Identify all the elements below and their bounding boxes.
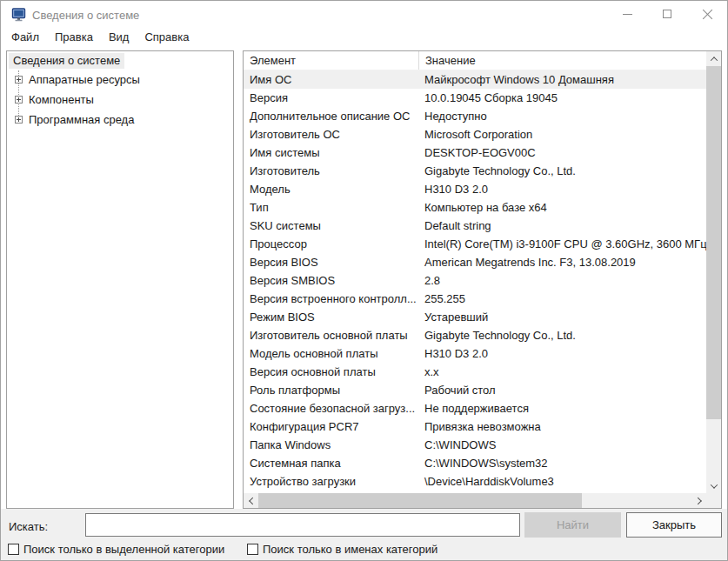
row-element-cell: Процессор <box>244 235 418 253</box>
table-row[interactable]: Изготовитель основной платы Gigabyte Tec… <box>244 326 706 344</box>
scroll-down-button[interactable] <box>706 478 721 493</box>
close-icon <box>702 9 713 20</box>
vertical-scrollbar[interactable] <box>706 51 721 493</box>
row-value-cell: Устаревший <box>418 308 706 326</box>
row-value-cell: H310 D3 2.0 <box>418 344 706 363</box>
search-label: Искать: <box>9 520 48 533</box>
tree-item-system-summary[interactable]: Сведения о системе <box>9 53 124 69</box>
close-button[interactable] <box>687 1 727 27</box>
row-value-cell: 10.0.19045 Сборка 19045 <box>418 89 706 107</box>
checkbox-search-category-names[interactable]: Поиск только в именах категорий <box>247 543 437 556</box>
table-row[interactable]: Имя системы DESKTOP-EOGV00C <box>244 144 706 162</box>
table-row[interactable]: Версия SMBIOS 2.8 <box>244 271 706 290</box>
row-value-cell: DESKTOP-EOGV00C <box>418 144 706 162</box>
tree-expander-plus-icon[interactable] <box>15 96 23 104</box>
scroll-right-button[interactable] <box>691 493 706 508</box>
menubar: Файл Правка Вид Справка <box>1 29 727 48</box>
table-row[interactable]: Роль платформы Рабочий стол <box>244 381 706 399</box>
row-element-cell: Версия BIOS <box>244 253 418 271</box>
table-row[interactable]: Имя ОС Майкрософт Windows 10 Домашняя <box>244 70 706 89</box>
row-element-cell: Роль платформы <box>244 381 418 399</box>
find-button[interactable]: Найти <box>524 512 621 538</box>
horizontal-scrollbar[interactable] <box>244 493 706 508</box>
row-element-cell: Модель <box>244 180 418 198</box>
table-row[interactable]: Модель H310 D3 2.0 <box>244 180 706 198</box>
row-element-cell: Версия основной платы <box>244 363 418 381</box>
tree-item-hardware-resources[interactable]: Аппаратные ресурсы <box>15 73 140 86</box>
table-body: Имя ОС Майкрософт Windows 10 Домашняя Ве… <box>244 70 706 491</box>
row-value-cell: Microsoft Corporation <box>418 125 706 144</box>
close-dialog-button[interactable]: Закрыть <box>626 512 722 538</box>
table-row[interactable]: Изготовитель ОС Microsoft Corporation <box>244 125 706 144</box>
table-row[interactable]: Модель основной платы H310 D3 2.0 <box>244 344 706 363</box>
tree-expander-plus-icon[interactable] <box>15 116 23 124</box>
table-row[interactable]: Версия BIOS American Megatrends Inc. F3,… <box>244 253 706 271</box>
column-header-value[interactable]: Значение <box>418 51 706 70</box>
table-row[interactable]: Тип Компьютер на базе x64 <box>244 198 706 217</box>
checkbox-search-selected-category[interactable]: Поиск только в выделенной категории <box>8 543 224 556</box>
row-element-cell: Изготовитель ОС <box>244 125 418 144</box>
row-value-cell: C:\WINDOWS <box>418 436 706 454</box>
row-value-cell: Gigabyte Technology Co., Ltd. <box>418 162 706 180</box>
scrollbar-corner <box>706 493 721 508</box>
horizontal-scrollbar-thumb[interactable] <box>258 493 582 508</box>
menu-file[interactable]: Файл <box>3 29 47 48</box>
list-header: Элемент Значение <box>244 51 706 70</box>
app-icon <box>11 7 27 23</box>
checkbox-icon[interactable] <box>8 544 19 555</box>
tree-item-software-environment[interactable]: Программная среда <box>15 113 134 126</box>
table-row[interactable]: Папка Windows C:\WINDOWS <box>244 436 706 454</box>
minimize-icon <box>623 14 632 15</box>
chevron-right-icon <box>694 497 701 504</box>
maximize-button[interactable] <box>647 1 687 27</box>
row-element-cell: Устройство загрузки <box>244 472 418 491</box>
table-row[interactable]: Состояние безопасной загруз... Не поддер… <box>244 399 706 417</box>
chevron-down-icon <box>710 481 717 488</box>
row-value-cell: H310 D3 2.0 <box>418 180 706 198</box>
tree-expander-plus-icon[interactable] <box>15 76 23 83</box>
table-row[interactable]: Режим BIOS Устаревший <box>244 308 706 326</box>
scroll-up-button[interactable] <box>706 51 721 66</box>
menu-edit[interactable]: Правка <box>47 29 101 48</box>
menu-help[interactable]: Справка <box>137 29 197 48</box>
tree-item-label: Программная среда <box>29 113 134 126</box>
table-row[interactable]: Версия встроенного контролл... 255.255 <box>244 290 706 308</box>
row-value-cell: Майкрософт Windows 10 Домашняя <box>418 70 706 89</box>
table-row[interactable]: Системная папка C:\WINDOWS\system32 <box>244 454 706 472</box>
titlebar: Сведения о системе <box>1 1 727 29</box>
caption-buttons <box>607 1 727 27</box>
row-value-cell: \Device\HarddiskVolume3 <box>418 472 706 491</box>
row-value-cell: Default string <box>418 217 706 235</box>
search-input[interactable] <box>85 513 520 537</box>
tree-item-label: Аппаратные ресурсы <box>29 73 140 86</box>
vertical-scrollbar-thumb[interactable] <box>706 66 721 419</box>
row-element-cell: Модель основной платы <box>244 344 418 363</box>
minimize-button[interactable] <box>607 1 647 27</box>
menu-view[interactable]: Вид <box>101 29 137 48</box>
row-element-cell: Имя системы <box>244 144 418 162</box>
table-row[interactable]: Устройство загрузки \Device\HarddiskVolu… <box>244 472 706 491</box>
table-row[interactable]: Изготовитель Gigabyte Technology Co., Lt… <box>244 162 706 180</box>
table-row[interactable]: Конфигурация PCR7 Привязка невозможна <box>244 417 706 436</box>
table-row[interactable]: SKU системы Default string <box>244 217 706 235</box>
row-element-cell: Состояние безопасной загруз... <box>244 399 418 417</box>
table-row[interactable]: Процессор Intel(R) Core(TM) i3-9100F CPU… <box>244 235 706 253</box>
tree-item-label: Компоненты <box>29 93 94 106</box>
row-value-cell: Недоступно <box>418 107 706 125</box>
scroll-left-button[interactable] <box>244 493 258 508</box>
table-row[interactable]: Версия 10.0.19045 Сборка 19045 <box>244 89 706 107</box>
row-element-cell: Версия SMBIOS <box>244 271 418 290</box>
column-header-element[interactable]: Элемент <box>244 51 418 70</box>
table-row[interactable]: Версия основной платы x.x <box>244 363 706 381</box>
window-title: Сведения о системе <box>32 9 139 22</box>
chevron-up-icon <box>710 57 717 63</box>
tree-item-components[interactable]: Компоненты <box>15 93 94 106</box>
category-tree-panel: Сведения о системе Аппаратные ресурсы Ко… <box>6 50 234 509</box>
row-value-cell: C:\WINDOWS\system32 <box>418 454 706 472</box>
checkbox-icon[interactable] <box>247 544 258 555</box>
row-value-cell: Рабочий стол <box>418 381 706 399</box>
row-element-cell: Версия <box>244 89 418 107</box>
table-row[interactable]: Дополнительное описание ОС Недоступно <box>244 107 706 125</box>
row-element-cell: Режим BIOS <box>244 308 418 326</box>
row-element-cell: SKU системы <box>244 217 418 235</box>
